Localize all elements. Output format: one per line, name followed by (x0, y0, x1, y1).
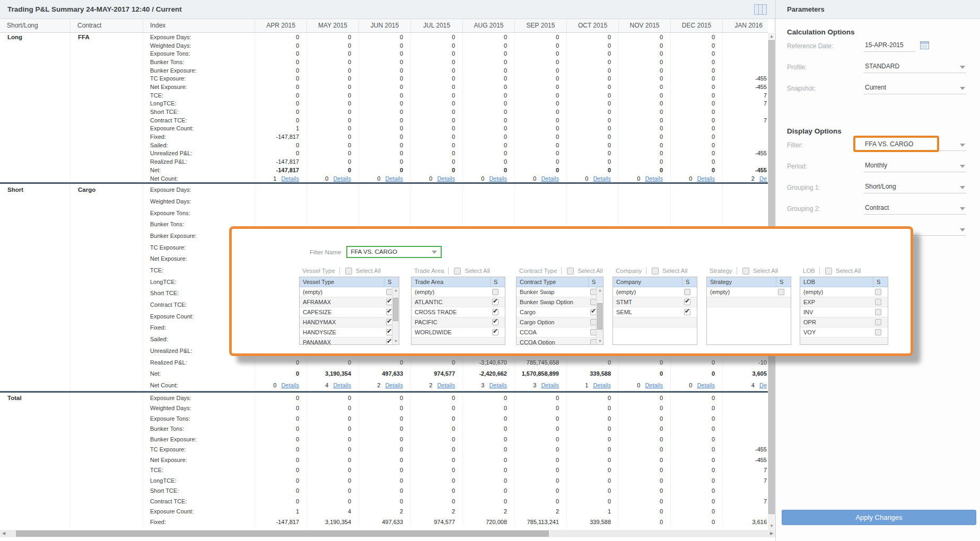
horizontal-scrollbar[interactable]: ◀ ▶ (0, 530, 775, 537)
filter-option[interactable]: OPR (800, 317, 888, 327)
list-scrollbar[interactable]: ▲▼ (392, 287, 399, 344)
checkbox[interactable] (778, 289, 784, 295)
details-link[interactable]: Details (645, 382, 663, 388)
details-link[interactable]: Details (333, 382, 351, 388)
details-link[interactable]: Details (437, 175, 455, 182)
details-link[interactable]: Details (541, 175, 559, 182)
filter-option[interactable]: Bunker Swap Option (517, 297, 603, 307)
checkbox[interactable] (492, 309, 498, 315)
details-link[interactable]: Details (437, 382, 455, 388)
calendar-icon[interactable] (920, 41, 929, 49)
param-value-dropdown[interactable]: 15-APR-2015 (863, 39, 915, 52)
chevron-down-icon[interactable] (960, 165, 965, 168)
filter-option[interactable]: CCOA Option (517, 338, 603, 345)
filter-option[interactable]: INV (800, 307, 888, 317)
filter-option[interactable]: STMT (613, 297, 697, 307)
param-value-dropdown[interactable]: STANDARD (863, 60, 966, 73)
scroll-down-icon[interactable]: ▼ (392, 338, 399, 344)
chevron-down-icon[interactable] (960, 66, 965, 69)
checkbox[interactable] (492, 299, 498, 305)
filter-tab-lob[interactable]: LOB (803, 268, 815, 274)
filter-option[interactable]: Cargo (517, 307, 603, 317)
filter-option[interactable]: (empty) (300, 287, 399, 297)
checkbox[interactable] (875, 299, 881, 305)
details-link[interactable]: Details (697, 175, 715, 182)
details-link[interactable]: Details (593, 175, 611, 182)
filter-option[interactable]: VOY (800, 327, 888, 338)
select-all-checkbox[interactable] (567, 268, 574, 274)
chevron-down-icon[interactable] (960, 228, 965, 232)
filter-option[interactable]: SEML (613, 307, 697, 317)
scroll-up-icon[interactable]: ▲ (392, 287, 399, 294)
filter-option[interactable]: (empty) (707, 287, 791, 297)
select-all-checkbox[interactable] (345, 268, 352, 274)
param-value-dropdown[interactable]: FFA VS. CARGO (863, 138, 966, 151)
scroll-down-icon[interactable]: ▼ (768, 522, 775, 530)
list-scrollbar[interactable]: ▲▼ (596, 287, 603, 344)
scroll-right-icon[interactable]: ▶ (768, 530, 775, 537)
details-link[interactable]: Details (385, 175, 403, 182)
checkbox[interactable] (684, 299, 690, 305)
filter-option[interactable]: WORLDWIDE (412, 327, 505, 338)
filter-option[interactable]: CCOA (517, 327, 603, 338)
details-link[interactable]: De (759, 382, 767, 388)
filter-option[interactable]: HANDYMAX (300, 317, 399, 327)
filter-option[interactable]: Bunker Swap (517, 287, 603, 297)
details-link[interactable]: Details (281, 175, 299, 182)
chevron-down-icon[interactable] (960, 144, 965, 147)
select-all-checkbox[interactable] (652, 268, 659, 274)
chevron-down-icon[interactable] (432, 251, 437, 254)
param-value-dropdown[interactable]: Contract (863, 202, 966, 215)
checkbox[interactable] (684, 289, 690, 295)
filter-tab-company[interactable]: Company (616, 268, 642, 274)
filter-option[interactable]: CROSS TRADE (412, 307, 505, 317)
details-link[interactable]: Details (593, 382, 611, 388)
checkbox[interactable] (684, 309, 690, 315)
filter-tab-strategy[interactable]: Strategy (710, 268, 732, 274)
details-link[interactable]: Details (489, 175, 507, 182)
chevron-down-icon[interactable] (960, 207, 965, 210)
chevron-down-icon[interactable] (960, 186, 965, 189)
details-link[interactable]: Details (697, 382, 715, 388)
column-chooser-icon[interactable] (754, 4, 767, 15)
filter-option[interactable]: (empty) (412, 287, 505, 297)
filter-tab-trade-area[interactable]: Trade Area (414, 268, 444, 274)
param-value-dropdown[interactable]: Short/Long (863, 181, 966, 193)
details-link[interactable]: Details (489, 382, 507, 388)
filter-name-dropdown[interactable]: FFA VS. CARGO (346, 246, 442, 258)
select-all-checkbox[interactable] (742, 268, 749, 274)
param-value-dropdown[interactable]: Monthly (863, 159, 966, 172)
filter-option[interactable]: PACIFIC (412, 317, 505, 327)
details-link[interactable]: De (759, 175, 767, 182)
filter-option[interactable]: (empty) (800, 287, 888, 297)
scroll-left-icon[interactable]: ◀ (0, 530, 7, 537)
scroll-up-icon[interactable]: ▲ (597, 287, 603, 294)
chevron-down-icon[interactable] (960, 87, 965, 90)
checkbox[interactable] (875, 309, 881, 315)
checkbox[interactable] (875, 289, 881, 295)
details-link[interactable]: Details (281, 382, 299, 388)
filter-option[interactable]: EXP (800, 297, 888, 307)
details-link[interactable]: Details (385, 382, 403, 388)
filter-option[interactable]: (empty) (613, 287, 697, 297)
param-value-dropdown[interactable]: Current (863, 82, 966, 94)
list-scroll-thumb[interactable] (393, 298, 398, 321)
filter-option[interactable]: AFRAMAX (300, 297, 399, 307)
filter-option[interactable]: PANAMAX (300, 338, 399, 345)
apply-changes-button[interactable]: Apply Changes (782, 510, 976, 525)
filter-tab-vessel-type[interactable]: Vessel Type (302, 268, 335, 274)
filter-option[interactable]: HANDYSIZE (300, 327, 399, 338)
horizontal-scroll-thumb[interactable] (16, 530, 549, 537)
checkbox[interactable] (875, 329, 881, 335)
filter-tab-contract-type[interactable]: Contract Type (519, 268, 557, 274)
checkbox[interactable] (492, 329, 498, 335)
select-all-checkbox[interactable] (825, 268, 832, 274)
checkbox[interactable] (492, 289, 498, 295)
filter-option[interactable]: Cargo Option (517, 317, 603, 327)
details-link[interactable]: Details (645, 175, 663, 182)
details-link[interactable]: Details (541, 382, 559, 388)
scroll-down-icon[interactable]: ▼ (597, 338, 603, 344)
scroll-up-icon[interactable]: ▲ (768, 33, 775, 40)
checkbox[interactable] (492, 319, 498, 325)
details-link[interactable]: Details (333, 175, 351, 182)
